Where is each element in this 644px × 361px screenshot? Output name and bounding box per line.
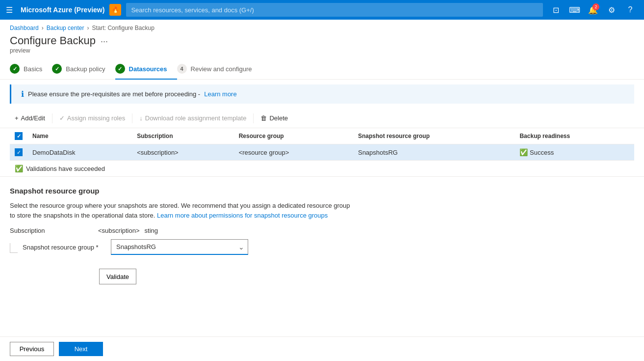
subscription-form-row: Subscription <subscription> sting: [10, 227, 634, 234]
notification-icon[interactable]: 🔔 2: [585, 2, 601, 18]
toolbar-separator-2: [132, 113, 132, 123]
toolbar: + Add/Edit ✓ Assign missing roles ↓ Down…: [0, 109, 644, 128]
row-snapshot-rg: SnapshotsRG: [353, 144, 515, 161]
toolbar-separator-1: [52, 113, 52, 123]
breadcrumb-sep-1: ›: [42, 25, 44, 31]
assign-roles-label: Assign missing roles: [67, 114, 126, 122]
snapshot-section: Snapshot resource group Select the resou…: [0, 177, 644, 289]
tab-backup-policy-icon: ✓: [52, 64, 62, 74]
breadcrumb-current: Start: Configure Backup: [92, 25, 154, 31]
table-header-row: ✓ Name Subscription Resource group Snaps…: [10, 128, 634, 144]
search-input[interactable]: [126, 3, 543, 17]
snapshot-rg-select-wrapper: SnapshotsRG ⌄: [111, 239, 248, 255]
tab-basics-icon: ✓: [10, 64, 20, 74]
validation-text: Validations have succeeded: [26, 165, 105, 172]
breadcrumb: Dashboard › Backup center › Start: Confi…: [0, 20, 644, 34]
readiness-value: Success: [530, 149, 554, 156]
table-row[interactable]: ✓ DemoDataDisk <subscription> <resource …: [10, 144, 634, 161]
settings-icon[interactable]: ⚙: [604, 2, 619, 18]
snapshot-rg-select[interactable]: SnapshotsRG: [111, 239, 248, 255]
toolbar-separator-3: [253, 113, 254, 123]
breadcrumb-sep-2: ›: [87, 25, 89, 31]
page-header: Configure Backup preview ···: [0, 34, 644, 59]
tab-basics-label: Basics: [24, 65, 42, 73]
download-template-button[interactable]: ↓ Download role assignment template: [134, 112, 251, 124]
tab-basics[interactable]: ✓ Basics: [10, 59, 52, 80]
app-title: Microsoft Azure (Preview): [21, 6, 104, 14]
page-title-group: Configure Backup preview: [10, 34, 96, 54]
notification-badge: 2: [592, 3, 599, 10]
add-edit-label: Add/Edit: [21, 114, 45, 122]
assign-roles-icon: ✓: [59, 114, 65, 122]
learn-more-link[interactable]: Learn more: [204, 90, 236, 98]
add-edit-icon: +: [15, 114, 19, 122]
info-text: Please ensure the pre-requisites are met…: [28, 90, 200, 98]
form-side-line: [10, 243, 18, 253]
validate-button[interactable]: Validate: [99, 269, 136, 284]
tab-backup-policy[interactable]: ✓ Backup policy: [52, 59, 115, 80]
data-table-wrapper: ✓ Name Subscription Resource group Snaps…: [0, 128, 644, 161]
page-title: Configure Backup: [10, 34, 96, 47]
snapshot-section-desc: Select the resource group where your sna…: [10, 201, 353, 220]
header-resource-group: Resource group: [234, 128, 353, 144]
breadcrumb-dashboard[interactable]: Dashboard: [10, 25, 39, 31]
success-icon: ✅: [519, 148, 528, 156]
header-backup-readiness: Backup readiness: [515, 128, 634, 144]
next-button[interactable]: Next: [59, 342, 103, 356]
topbar: ☰ Microsoft Azure (Preview) 🔥 ⊡ ⌨ 🔔 2 ⚙ …: [0, 0, 644, 20]
tab-datasources-icon: ✓: [115, 64, 125, 74]
tab-review[interactable]: 4 Review and configure: [177, 59, 262, 80]
add-edit-button[interactable]: + Add/Edit: [10, 112, 50, 124]
hamburger-icon[interactable]: ☰: [6, 5, 13, 15]
bottom-spacer: [0, 289, 644, 319]
data-table: ✓ Name Subscription Resource group Snaps…: [10, 128, 634, 161]
info-icon: ℹ: [21, 89, 24, 99]
delete-label: Delete: [269, 114, 288, 122]
main-content: Dashboard › Backup center › Start: Confi…: [0, 20, 644, 361]
subscription-label: Subscription: [10, 227, 93, 234]
header-checkbox[interactable]: ✓: [15, 132, 23, 140]
previous-button[interactable]: Previous: [10, 342, 54, 356]
snapshot-rg-label-text: Snapshot resource group *: [23, 244, 99, 251]
azure-icon: 🔥: [109, 4, 121, 16]
header-name: Name: [27, 128, 132, 144]
assign-roles-button[interactable]: ✓ Assign missing roles: [54, 112, 130, 124]
row-checkbox[interactable]: ✓: [15, 148, 23, 156]
snapshot-rg-form-group: Snapshot resource group * SnapshotsRG ⌄: [10, 239, 634, 255]
snapshot-rg-label: Snapshot resource group *: [23, 244, 106, 251]
row-name: DemoDataDisk: [27, 144, 132, 161]
page-subtitle: preview: [10, 47, 96, 54]
row-readiness: ✅ Success: [515, 144, 634, 161]
help-icon[interactable]: ?: [622, 2, 638, 18]
info-banner: ℹ Please ensure the pre-requisites are m…: [10, 84, 634, 104]
delete-icon: 🗑: [260, 114, 267, 122]
snapshot-section-title: Snapshot resource group: [10, 187, 634, 195]
header-checkbox-cell: ✓: [10, 128, 27, 144]
tab-review-icon: 4: [177, 64, 187, 74]
delete-button[interactable]: 🗑 Delete: [256, 112, 293, 124]
tab-backup-policy-label: Backup policy: [66, 65, 105, 73]
row-subscription: <subscription>: [132, 144, 233, 161]
page-menu-icon[interactable]: ···: [101, 34, 108, 47]
validate-button-area: Validate: [99, 262, 634, 284]
download-icon: ↓: [139, 114, 143, 122]
download-template-label: Download role assignment template: [145, 114, 247, 122]
header-snapshot-rg: Snapshot resource group: [353, 128, 515, 144]
bottom-nav: Previous Next: [0, 336, 644, 361]
subscription-value: <subscription>: [98, 227, 140, 234]
row-checkbox-cell: ✓: [10, 144, 27, 161]
validation-row: ✅ Validations have succeeded: [0, 161, 644, 177]
tab-review-label: Review and configure: [191, 65, 252, 73]
topbar-actions: ⊡ ⌨ 🔔 2 ⚙ ?: [548, 2, 638, 18]
row-resource-group: <resource group>: [234, 144, 353, 161]
cloud-shell-icon[interactable]: ⌨: [567, 2, 582, 18]
portal-icon[interactable]: ⊡: [548, 2, 564, 18]
header-subscription: Subscription: [132, 128, 233, 144]
step-tabs: ✓ Basics ✓ Backup policy ✓ Datasources 4…: [0, 59, 644, 80]
tab-datasources[interactable]: ✓ Datasources: [115, 59, 177, 80]
snapshot-learn-more-link[interactable]: Learn more about permissions for snapsho…: [157, 212, 328, 219]
validation-icon: ✅: [15, 165, 23, 172]
breadcrumb-backup-center[interactable]: Backup center: [47, 25, 84, 31]
snapshot-rg-inline: Snapshot resource group * SnapshotsRG ⌄: [23, 239, 634, 255]
tab-datasources-label: Datasources: [129, 65, 167, 73]
